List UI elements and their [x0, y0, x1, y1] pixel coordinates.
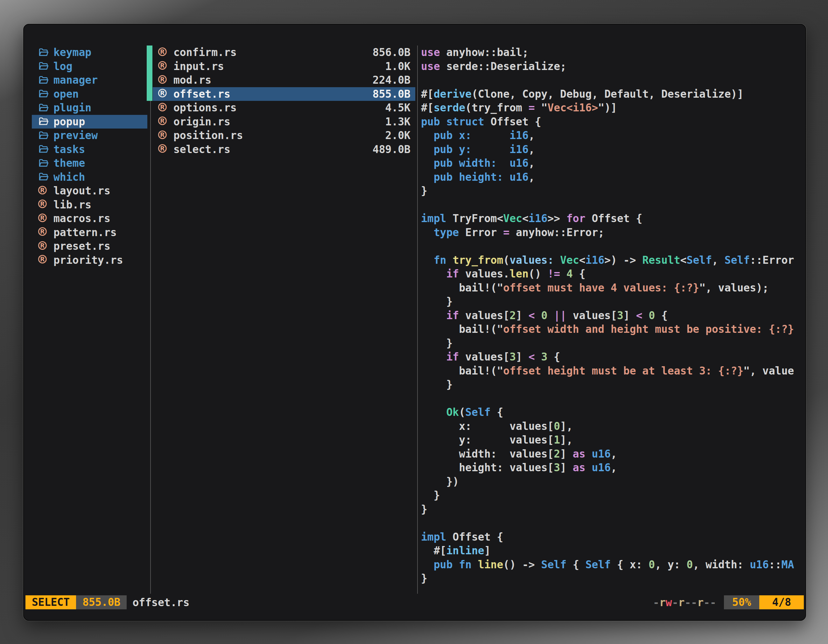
- scroll-percent-badge: 50%: [724, 595, 760, 610]
- status-bar: SELECT 855.0B offset.rs -rw-r--r-- 50% 4…: [25, 595, 804, 610]
- file-row-options-rs[interactable]: ®options.rs4.5K: [153, 101, 415, 115]
- code-line: impl TryFrom<Vec<i16>> for Offset {: [421, 212, 803, 226]
- file-size: 2.0K: [385, 129, 411, 142]
- code-preview-pane: use anyhow::bail;use serde::Deserialize;…: [421, 45, 803, 594]
- sidebar-item-popup[interactable]: popup: [32, 115, 147, 129]
- icon-box: [38, 144, 53, 155]
- file-size: 855.0B: [373, 88, 411, 100]
- sidebar-item-preset-rs[interactable]: ®preset.rs: [32, 239, 147, 253]
- code-line: width: values[2] as u16,: [421, 447, 803, 461]
- permission-char: r: [679, 596, 685, 609]
- code-line: bail!("offset must have 4 values: {:?}",…: [421, 281, 803, 295]
- code-line: [421, 73, 803, 87]
- code-line: }: [421, 336, 803, 350]
- icon-box: [38, 88, 53, 99]
- file-row-input-rs[interactable]: ®input.rs1.0K: [153, 60, 415, 74]
- sidebar-item-priority-rs[interactable]: ®priority.rs: [32, 253, 147, 267]
- file-row-confirm-rs[interactable]: ®confirm.rs856.0B: [153, 45, 415, 60]
- mode-badge: SELECT: [25, 595, 76, 610]
- sidebar-item-label: popup: [53, 116, 85, 128]
- file-name: position.rs: [173, 129, 385, 142]
- file-row-offset-rs[interactable]: ®offset.rs855.0B: [153, 87, 415, 101]
- file-size: 224.0B: [373, 74, 411, 86]
- file-name: select.rs: [173, 143, 373, 155]
- parent-directory-list: keymaplogmanageropenpluginpopuppreviewta…: [32, 45, 147, 267]
- code-line: if values[2] < 0 || values[3] < 0 {: [421, 309, 803, 323]
- sidebar-item-theme[interactable]: theme: [32, 156, 147, 170]
- folder-open-icon: [38, 144, 49, 155]
- code-line: y: values[1],: [421, 433, 803, 447]
- code-line: pub width: u16,: [421, 156, 803, 170]
- sidebar-item-label: preview: [53, 129, 98, 142]
- sidebar-item-pattern-rs[interactable]: ®pattern.rs: [32, 226, 147, 240]
- file-name: mod.rs: [173, 74, 373, 86]
- file-size-badge: 855.0B: [76, 595, 127, 610]
- permission-char: --: [704, 596, 716, 609]
- sidebar-item-layout-rs[interactable]: ®layout.rs: [32, 184, 147, 198]
- folder-open-icon: [38, 116, 49, 127]
- sidebar-item-open[interactable]: open: [32, 87, 147, 101]
- sidebar-item-label: log: [53, 60, 72, 72]
- sidebar-item-plugin[interactable]: plugin: [32, 101, 147, 115]
- sidebar-item-manager[interactable]: manager: [32, 73, 147, 87]
- sidebar-item-log[interactable]: log: [32, 60, 147, 74]
- code-line: }: [421, 184, 803, 198]
- cursor-position-badge: 4/8: [759, 595, 804, 610]
- file-name: offset.rs: [173, 88, 373, 100]
- code-line: if values[3] < 3 {: [421, 350, 803, 364]
- sidebar-item-label: preset.rs: [53, 240, 110, 252]
- sidebar-item-label: layout.rs: [53, 185, 110, 197]
- file-name: confirm.rs: [173, 46, 373, 58]
- code-line: [421, 239, 803, 253]
- code-line: if values.len() != 4 {: [421, 267, 803, 281]
- terminal-window: keymaplogmanageropenpluginpopuppreviewta…: [23, 24, 806, 621]
- code-line: }: [421, 572, 803, 586]
- folder-open-icon: [38, 61, 49, 72]
- code-line: pub y: i16,: [421, 143, 803, 157]
- icon-box: [38, 130, 53, 141]
- folder-open-icon: [38, 130, 49, 141]
- code-line: impl Offset {: [421, 530, 803, 544]
- icon-box: [38, 75, 53, 86]
- pane-divider-right: [417, 45, 418, 594]
- folder-open-icon: [38, 75, 49, 86]
- file-row-mod-rs[interactable]: ®mod.rs224.0B: [153, 73, 415, 87]
- code-line: #[derive(Clone, Copy, Debug, Default, De…: [421, 87, 803, 101]
- sidebar-item-label: manager: [53, 74, 98, 86]
- permission-char: r: [659, 596, 666, 609]
- status-filename: offset.rs: [132, 596, 189, 609]
- sidebar-item-label: which: [53, 171, 85, 183]
- file-permissions: -rw-r--r--: [653, 596, 716, 609]
- folder-open-icon: [38, 88, 49, 99]
- code-line: bail!("offset width and height must be p…: [421, 322, 803, 336]
- icon-box: [38, 102, 53, 113]
- file-row-position-rs[interactable]: ®position.rs2.0K: [153, 128, 415, 143]
- desktop: { "colors": { "accent": "#ffaf0f", "sele…: [0, 0, 828, 644]
- sidebar-item-label: keymap: [53, 46, 91, 58]
- code-line: }: [421, 502, 803, 516]
- permission-char: r: [697, 596, 704, 609]
- sidebar-item-label: theme: [53, 157, 85, 169]
- sidebar-item-macros-rs[interactable]: ®macros.rs: [32, 212, 147, 226]
- code-line: Ok(Self {: [421, 405, 803, 419]
- pane-divider-left: [150, 45, 151, 594]
- file-size: 1.0K: [385, 60, 411, 72]
- sidebar-item-preview[interactable]: preview: [32, 128, 147, 143]
- file-name: input.rs: [173, 60, 385, 72]
- code-line: fn try_from(values: Vec<i16>) -> Result<…: [421, 253, 803, 267]
- code-line: #[serde(try_from = "Vec<i16>")]: [421, 101, 803, 115]
- file-row-origin-rs[interactable]: ®origin.rs1.3K: [153, 115, 415, 129]
- sidebar-item-which[interactable]: which: [32, 170, 147, 184]
- sidebar-item-label: plugin: [53, 102, 91, 114]
- icon-box: [38, 116, 53, 127]
- code-line: }: [421, 295, 803, 309]
- code-line: x: values[0],: [421, 419, 803, 433]
- file-size: 4.5K: [385, 102, 411, 114]
- icon-box: [38, 171, 53, 182]
- sidebar-item-lib-rs[interactable]: ®lib.rs: [32, 198, 147, 212]
- sidebar-item-tasks[interactable]: tasks: [32, 143, 147, 157]
- sidebar-item-keymap[interactable]: keymap: [32, 45, 147, 60]
- file-row-select-rs[interactable]: ®select.rs489.0B: [153, 143, 415, 157]
- icon-box: [38, 47, 53, 58]
- sidebar-item-label: pattern.rs: [53, 226, 117, 239]
